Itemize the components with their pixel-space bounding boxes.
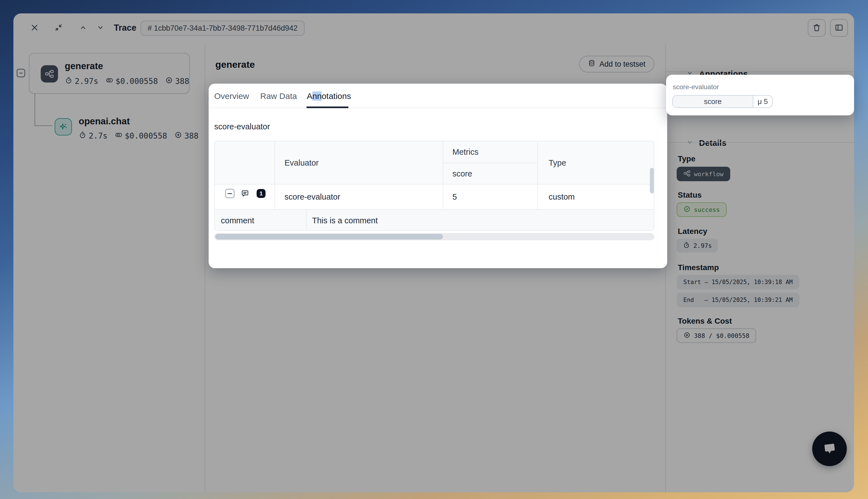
- comment-count: 1: [260, 190, 263, 197]
- metric-value-segment[interactable]: μ 5: [754, 96, 772, 107]
- coins-icon: [106, 76, 113, 86]
- cost-value: $0.000558: [125, 131, 167, 141]
- horizontal-scrollbar-thumb[interactable]: [215, 234, 443, 240]
- table-vertical-scrollbar-thumb[interactable]: [650, 168, 654, 194]
- latency-value-pill: 2.97s: [677, 239, 718, 253]
- latency-label: Latency: [678, 227, 707, 236]
- tab-annotations-text: otations: [322, 92, 351, 101]
- cost-stat: $0.000558: [106, 76, 158, 86]
- prev-trace-button[interactable]: [76, 21, 91, 35]
- node-stats: 2.7s $0.000558 388: [79, 131, 198, 141]
- grid-line: [538, 141, 538, 209]
- span-title: generate: [215, 59, 255, 70]
- latency-stat: 2.97s: [65, 76, 98, 86]
- plus-circle-icon: [165, 76, 173, 86]
- chat-fab-button[interactable]: [812, 431, 847, 466]
- grid-line: [215, 184, 654, 184]
- timestamp-start: Start – 15/05/2025, 10:39:18 AM: [683, 279, 793, 285]
- check-circle-icon: [683, 205, 691, 214]
- workflow-icon: [683, 170, 691, 179]
- type-value: workflow: [694, 171, 724, 178]
- trace-id-badge[interactable]: # 1cbb70e7-34a1-7bb7-3498-771b7d46d942: [141, 21, 304, 36]
- timestamp-end-pill: End – 15/05/2025, 10:39:21 AM: [677, 293, 799, 307]
- comment-label-cell: comment: [221, 210, 254, 231]
- annotations-tab-card: Overview Raw Data Annotations score-eval…: [209, 84, 667, 268]
- tab-annotations[interactable]: Annotations: [307, 92, 351, 101]
- tree-node-openai-chat[interactable]: openai.chat 2.7s $0.000558 388: [55, 113, 200, 151]
- coins-icon: [114, 131, 122, 141]
- comment-bubble-button[interactable]: [240, 189, 250, 199]
- node-title: generate: [65, 61, 103, 71]
- grid-line: [306, 210, 306, 231]
- grid-line: [215, 209, 654, 210]
- type-value-pill: workflow: [677, 167, 730, 181]
- minus-icon: [228, 193, 232, 194]
- tokens-stat: 388: [165, 76, 189, 86]
- comment-row-background: [215, 210, 654, 231]
- metric-name: score: [704, 97, 722, 106]
- score-subcolumn-header: score: [453, 163, 472, 184]
- add-to-testset-button[interactable]: Add to testset: [579, 56, 654, 72]
- node-title: openai.chat: [79, 116, 130, 126]
- latency-stat: 2.7s: [79, 131, 107, 141]
- sparkles-icon: [55, 118, 72, 135]
- plus-circle-icon: [683, 331, 691, 340]
- tokens-value: 388: [175, 77, 189, 86]
- trash-icon: [812, 23, 821, 33]
- trace-id-text: # 1cbb70e7-34a1-7bb7-3498-771b7d46d942: [147, 24, 297, 33]
- section-divider: [666, 71, 854, 72]
- score-cell: 5: [453, 184, 457, 209]
- score-metric-control[interactable]: score μ 5: [672, 95, 773, 108]
- timestamp-end: End – 15/05/2025, 10:39:21 AM: [683, 296, 793, 303]
- desktop-background: Trace # 1cbb70e7-34a1-7bb7-3498-771b7d46…: [0, 0, 868, 499]
- grid-line: [275, 141, 275, 209]
- chevron-down-icon: [96, 23, 105, 33]
- type-label: Type: [678, 155, 695, 163]
- panel-layout-icon: [834, 23, 843, 33]
- sidebar-divider: [205, 45, 205, 492]
- metric-name-segment[interactable]: score: [673, 96, 754, 107]
- status-value: success: [694, 206, 720, 213]
- timestamp-start-pill: Start – 15/05/2025, 10:39:18 AM: [677, 275, 799, 289]
- comment-icon: [240, 194, 250, 199]
- tokens-value: 388: [184, 131, 198, 141]
- type-column-header: Type: [548, 141, 566, 184]
- delete-trace-button[interactable]: [808, 19, 825, 37]
- trace-title: Trace: [114, 23, 136, 33]
- tab-overview[interactable]: Overview: [214, 92, 249, 101]
- type-cell: custom: [548, 184, 575, 209]
- tree-node-generate[interactable]: generate 2.97s $0.000558 388: [29, 53, 190, 94]
- horizontal-scrollbar-track[interactable]: [214, 233, 654, 240]
- close-button[interactable]: [27, 21, 42, 35]
- collapse-panel-button[interactable]: [51, 21, 66, 35]
- latency-value: 2.7s: [89, 131, 107, 141]
- timer-icon: [79, 131, 86, 141]
- tab-annotations-selected-text: nn: [312, 92, 322, 101]
- tab-raw-data[interactable]: Raw Data: [260, 92, 297, 101]
- score-evaluator-annotation-card: score-evaluator score μ 5: [666, 75, 854, 115]
- section-divider: [666, 142, 854, 143]
- details-section-title: Details: [699, 138, 726, 148]
- status-value-pill: success: [677, 203, 726, 217]
- metric-mean-value: μ 5: [758, 97, 768, 106]
- annotations-table: Evaluator Metrics score Type 1 score-eva…: [214, 141, 654, 231]
- tokens-cost-pill: 388 / $0.000558: [677, 328, 756, 343]
- collapse-row-button[interactable]: [225, 189, 234, 198]
- details-section-header[interactable]: Details: [686, 138, 726, 148]
- latency-value: 2.97s: [75, 77, 98, 86]
- evaluator-column-header: Evaluator: [285, 141, 319, 184]
- tree-connector-horizontal: [35, 125, 52, 126]
- next-trace-button[interactable]: [93, 21, 108, 35]
- grid-line: [443, 141, 443, 209]
- toggle-sidepanel-button[interactable]: [830, 19, 848, 37]
- timestamp-label: Timestamp: [678, 263, 719, 272]
- minus-glyph: −: [19, 70, 23, 76]
- tab-bar: Overview Raw Data Annotations: [209, 84, 667, 108]
- tree-collapse-toggle[interactable]: −: [17, 69, 25, 77]
- table-header-background: [215, 141, 654, 184]
- timer-icon: [65, 76, 73, 86]
- comment-count-badge[interactable]: 1: [257, 189, 266, 198]
- latency-value: 2.97s: [694, 242, 712, 249]
- evaluator-section-title: score-evaluator: [214, 122, 270, 131]
- collapse-icon: [55, 23, 63, 33]
